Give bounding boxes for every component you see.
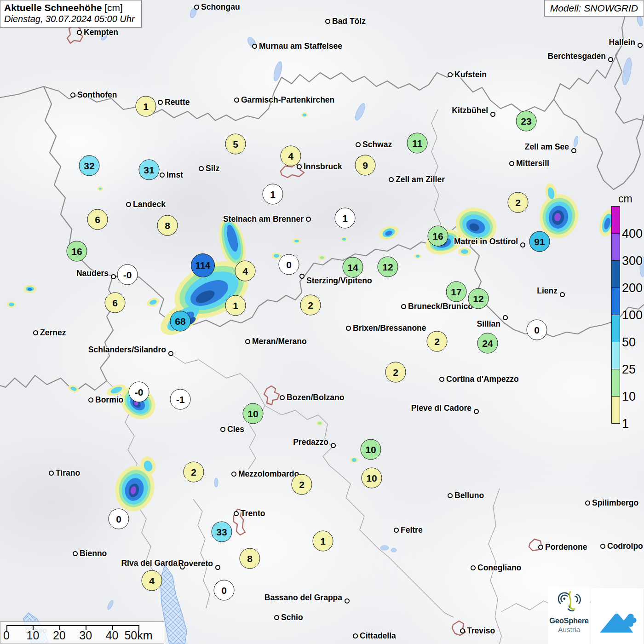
city-label: Kufstein	[454, 70, 487, 80]
city-label: Pordenone	[545, 542, 587, 552]
city-marker	[585, 500, 590, 506]
legend-tick-label: 50	[622, 336, 636, 349]
city-label: Pieve di Cadore	[411, 403, 472, 413]
city-label: Bad Tölz	[332, 17, 366, 26]
city-label: Riva del Garda	[121, 558, 178, 568]
city-marker	[199, 166, 204, 171]
legend-tick-label: 100	[622, 309, 643, 322]
city-label: Zell am See	[525, 142, 569, 152]
legend-tick-label: 25	[622, 363, 636, 376]
city-marker	[49, 471, 54, 476]
city-label: Schio	[281, 613, 303, 622]
city-label: Kempten	[84, 28, 118, 37]
city-label: Bienno	[80, 549, 107, 558]
city-marker	[520, 242, 525, 247]
city-marker	[280, 395, 285, 400]
city-label: Zernez	[40, 328, 66, 338]
city-label: Garmisch-Partenkirchen	[241, 95, 334, 105]
city-label: Trento	[241, 509, 265, 518]
city-label: Brixen/Bressanone	[353, 323, 426, 333]
city-label: Schwaz	[362, 140, 392, 150]
station-value: 11	[407, 133, 428, 154]
color-legend: cm 4003002001005025101	[611, 193, 632, 424]
station-value: 1	[313, 531, 334, 552]
legend-segment-400: 400	[611, 206, 620, 234]
legend-tick-label: 200	[622, 282, 643, 294]
station-value: 8	[157, 215, 178, 236]
station-value: -1	[170, 389, 191, 410]
scale-label-20: 20	[53, 629, 66, 642]
snow-patch-adamello	[110, 455, 159, 516]
station-value: 0	[279, 254, 299, 275]
city-marker	[160, 172, 165, 178]
city-label: Predazzo	[293, 437, 328, 447]
city-marker	[608, 57, 613, 62]
city-label: Bormio	[95, 395, 123, 405]
city-marker	[448, 72, 453, 77]
city-marker	[560, 292, 565, 297]
city-label: Treviso	[467, 626, 495, 636]
city-marker	[299, 274, 305, 279]
station-value: -0	[117, 264, 138, 285]
city-marker	[538, 545, 543, 550]
station-value: 16	[67, 241, 87, 262]
station-value: 114	[191, 253, 215, 277]
city-marker	[401, 304, 406, 309]
city-marker	[346, 326, 351, 331]
city-marker	[231, 472, 236, 477]
city-marker	[448, 493, 453, 498]
city-marker	[297, 164, 302, 169]
station-value: 1	[136, 96, 156, 117]
mountain-logo-icon	[597, 596, 637, 637]
city-label: Spilimbergo	[592, 498, 638, 508]
station-value: 33	[212, 522, 232, 542]
legend-segment-1: 1	[611, 396, 620, 424]
station-value: 32	[79, 155, 100, 176]
map-title-unit: [cm]	[104, 2, 123, 13]
city-marker	[490, 112, 495, 117]
city-marker	[638, 43, 643, 48]
station-value: 2	[385, 362, 406, 383]
city-label: Rovereto	[178, 559, 213, 569]
city-marker	[234, 98, 239, 103]
mountain-logo	[591, 588, 643, 644]
station-value: 24	[477, 333, 498, 354]
scale-label-30: 30	[79, 629, 92, 642]
station-value: 6	[105, 293, 126, 313]
station-value: 9	[355, 155, 376, 176]
legend-unit-label: cm	[618, 193, 632, 205]
city-marker	[439, 377, 444, 382]
bozen-outline	[264, 386, 279, 405]
city-label: Feltre	[401, 525, 423, 535]
city-marker	[345, 598, 350, 604]
city-marker	[88, 397, 93, 402]
station-value: 4	[235, 261, 256, 282]
city-label: Mittersill	[516, 159, 549, 168]
station-value: 2	[292, 474, 312, 495]
legend-color-bar: 4003002001005025101	[611, 206, 632, 424]
legend-tick-label: 10	[622, 391, 636, 403]
title-box: Aktuelle Schneehöhe [cm] Dienstag, 30.07…	[0, 0, 142, 28]
city-label: Murnau am Staffelsee	[259, 41, 342, 51]
city-marker	[33, 330, 38, 335]
city-label: Matrei in Osttirol	[454, 237, 518, 247]
station-value: 4	[142, 570, 162, 591]
city-marker	[471, 565, 476, 570]
station-value: 5	[225, 134, 246, 155]
city-label: Cles	[227, 425, 244, 434]
legend-tick-label: 400	[622, 228, 643, 240]
legend-segment-100: 100	[611, 288, 620, 315]
city-label: Cittadella	[360, 631, 396, 641]
city-marker	[509, 161, 514, 166]
station-value: 91	[529, 231, 550, 252]
legend-tick-label: 300	[622, 255, 643, 267]
scale-bar: 01020304050km	[0, 621, 164, 644]
legend-tick-label: 1	[622, 418, 629, 430]
city-label: Silz	[206, 164, 219, 173]
city-label: Codroipo	[607, 541, 643, 551]
legend-segment-10: 10	[611, 369, 620, 397]
snow-depth-map: SchongauBad TölzMurnau am StaffelseeKemp…	[0, 0, 644, 644]
station-value: 17	[446, 282, 467, 302]
snow-patch-glockner	[451, 202, 502, 256]
city-label: Sillian	[477, 319, 500, 329]
